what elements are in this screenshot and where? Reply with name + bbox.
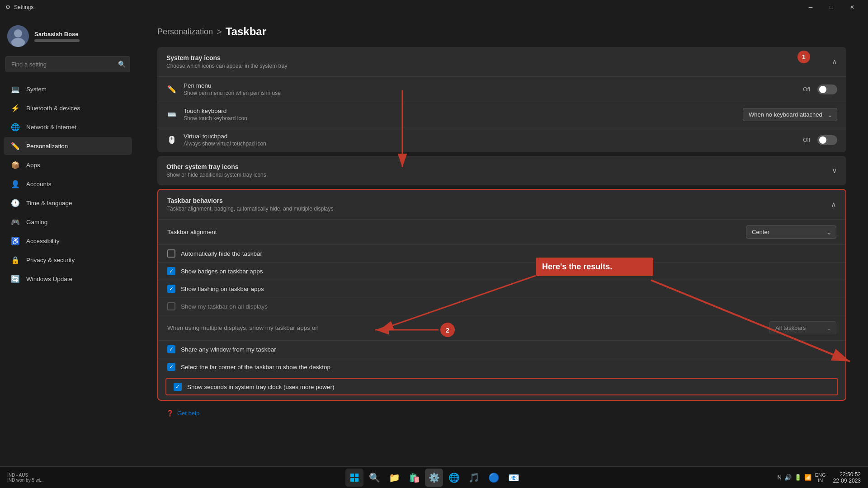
virtual-touchpad-toggle[interactable] <box>817 135 837 145</box>
pen-menu-toggle[interactable] <box>817 84 837 94</box>
touch-keyboard-dropdown-wrap: When no keyboard attached Always Never <box>743 108 837 121</box>
sidebar-item-label-update: Windows Update <box>26 276 72 282</box>
show-flashing-checkbox[interactable] <box>167 285 175 293</box>
system-tray-title: System tray icons <box>166 54 287 61</box>
sidebar-item-update[interactable]: 🔄 Windows Update <box>4 270 132 288</box>
sidebar-item-privacy[interactable]: 🔒 Privacy & security <box>4 251 132 269</box>
breadcrumb-parent[interactable]: Personalization <box>157 27 213 37</box>
system-tray-title-block: System tray icons Choose which icons can… <box>166 54 287 69</box>
tray-icon-2[interactable]: 🔊 <box>784 474 792 481</box>
pen-menu-row: ✏️ Pen menu Show pen menu icon when pen … <box>157 76 846 102</box>
show-badges-row: Show badges on taskbar apps <box>158 262 845 280</box>
taskbar-left: IND - AUS IND won by 5 wi... <box>4 469 47 487</box>
other-tray-title: Other system tray icons <box>166 163 266 170</box>
taskbar-ind-widget[interactable]: IND - AUS IND won by 5 wi... <box>4 469 47 487</box>
taskbar-settings[interactable]: ⚙️ <box>425 469 443 487</box>
sidebar: Sarbasish Bose 🔍 💻 System ⚡ Bluetooth & … <box>0 14 136 466</box>
user-profile[interactable]: Sarbasish Bose <box>0 20 136 56</box>
close-button[interactable]: ✕ <box>842 0 863 14</box>
taskbar-store[interactable]: 🛍️ <box>405 469 423 487</box>
lang-indicator: ENG IN <box>815 472 826 483</box>
system-tray-chevron: ∧ <box>832 57 837 66</box>
sidebar-item-apps[interactable]: 📦 Apps <box>4 156 132 174</box>
share-window-label: Share any window from my taskbar <box>181 346 276 353</box>
tray-icon-4[interactable]: 📶 <box>804 474 811 481</box>
pen-menu-toggle-label: Off <box>803 86 810 93</box>
tray-icon-3[interactable]: 🔋 <box>794 474 802 481</box>
virtual-touchpad-toggle-knob <box>819 136 826 144</box>
auto-hide-row: Automatically hide the taskbar <box>158 244 845 262</box>
taskbar-alignment-row: Taskbar alignment Left Center <box>158 219 845 244</box>
show-badges-checkbox[interactable] <box>167 267 175 275</box>
system-tray-desc: Choose which icons can appear in the sys… <box>166 63 287 69</box>
show-flashing-row: Show flashing on taskbar apps <box>158 280 845 297</box>
apps-icon: 📦 <box>11 160 20 169</box>
show-seconds-wrapper: Show seconds in system tray clock (uses … <box>158 375 845 400</box>
svg-rect-10 <box>350 474 354 477</box>
sidebar-item-label-personalization: Personalization <box>26 143 68 150</box>
sidebar-item-label-gaming: Gaming <box>26 219 47 225</box>
sidebar-item-accounts[interactable]: 👤 Accounts <box>4 175 132 193</box>
taskbar-alignment-label: Taskbar alignment <box>167 229 217 235</box>
touch-keyboard-icon: ⌨️ <box>166 109 177 120</box>
show-all-displays-label: Show my taskbar on all displays <box>181 303 268 310</box>
far-corner-checkbox[interactable] <box>167 363 175 371</box>
personalization-icon: ✏️ <box>11 141 20 150</box>
taskbar-app6[interactable]: 🎵 <box>465 469 483 487</box>
sidebar-item-bluetooth[interactable]: ⚡ Bluetooth & devices <box>4 99 132 117</box>
virtual-touchpad-row: 🖱️ Virtual touchpad Always show virtual … <box>157 127 846 152</box>
show-all-displays-checkbox[interactable] <box>167 302 175 310</box>
accessibility-icon: ♿ <box>11 236 20 245</box>
get-help-row[interactable]: ❓ Get help <box>157 404 846 422</box>
get-help-label: Get help <box>177 410 199 417</box>
other-tray-desc: Show or hide additional system tray icon… <box>166 172 266 178</box>
taskbar-clock[interactable]: 22:50:52 22-09-2023 <box>830 471 864 484</box>
system-tray-section: System tray icons Choose which icons can… <box>157 47 846 152</box>
touch-keyboard-dropdown[interactable]: When no keyboard attached Always Never <box>743 108 837 121</box>
start-button[interactable] <box>345 469 363 487</box>
sidebar-item-gaming[interactable]: 🎮 Gaming <box>4 213 132 231</box>
show-seconds-checkbox[interactable] <box>174 383 182 391</box>
sidebar-item-time[interactable]: 🕐 Time & language <box>4 194 132 212</box>
user-name: Sarbasish Bose <box>34 31 80 38</box>
taskbar: IND - AUS IND won by 5 wi... 🔍 📁 🛍️ ⚙️ 🌐… <box>0 466 868 488</box>
sidebar-item-system[interactable]: 💻 System <box>4 80 132 98</box>
minimize-button[interactable]: ─ <box>800 0 821 14</box>
sidebar-item-label-network: Network & internet <box>26 124 76 131</box>
privacy-icon: 🔒 <box>11 255 20 264</box>
main-scroll-area: Personalization > Taskbar System tray ic… <box>136 14 868 466</box>
taskbar-tray-icons: N 🔊 🔋 📶 <box>777 474 811 481</box>
multi-display-dropdown[interactable]: All taskbars Main taskbar only <box>769 321 836 334</box>
taskbar-center: 🔍 📁 🛍️ ⚙️ 🌐 🎵 🔵 📧 <box>345 469 523 487</box>
search-input[interactable] <box>5 56 130 72</box>
titlebar-title: Settings <box>14 4 33 10</box>
sidebar-item-accessibility[interactable]: ♿ Accessibility <box>4 232 132 250</box>
show-badges-label: Show badges on taskbar apps <box>181 268 263 275</box>
taskbar-app8[interactable]: 📧 <box>505 469 523 487</box>
behaviors-header[interactable]: Taskbar behaviors Taskbar alignment, bad… <box>158 190 845 219</box>
sidebar-item-label-apps: Apps <box>26 162 40 169</box>
virtual-touchpad-icon: 🖱️ <box>166 135 177 145</box>
taskbar-search[interactable]: 🔍 <box>365 469 383 487</box>
taskbar-app7[interactable]: 🔵 <box>485 469 503 487</box>
other-tray-header[interactable]: Other system tray icons Show or hide add… <box>157 156 846 185</box>
other-tray-section: Other system tray icons Show or hide add… <box>157 156 846 185</box>
multi-display-row: When using multiple displays, show my ta… <box>158 315 845 340</box>
share-window-checkbox[interactable] <box>167 345 175 353</box>
auto-hide-checkbox[interactable] <box>167 249 175 258</box>
sidebar-item-network[interactable]: 🌐 Network & internet <box>4 118 132 136</box>
maximize-button[interactable]: □ <box>821 0 842 14</box>
svg-rect-13 <box>355 478 359 482</box>
system-tray-header[interactable]: System tray icons Choose which icons can… <box>157 47 846 76</box>
tray-icon-1[interactable]: N <box>777 474 781 481</box>
behaviors-desc: Taskbar alignment, badging, automaticall… <box>167 206 334 212</box>
ind-result-label: IND won by 5 wi... <box>7 478 44 483</box>
sidebar-item-personalization[interactable]: ✏️ Personalization <box>4 137 132 155</box>
taskbar-edge[interactable]: 🌐 <box>445 469 463 487</box>
svg-rect-12 <box>350 478 354 482</box>
pen-menu-sublabel: Show pen menu icon when pen is in use <box>184 90 281 96</box>
taskbar-lang-clock: ENG IN 22:50:52 22-09-2023 <box>815 471 864 484</box>
taskbar-right: N 🔊 🔋 📶 ENG IN 22:50:52 22-09-2023 <box>777 471 864 484</box>
alignment-dropdown[interactable]: Left Center <box>746 225 836 239</box>
taskbar-files[interactable]: 📁 <box>385 469 403 487</box>
